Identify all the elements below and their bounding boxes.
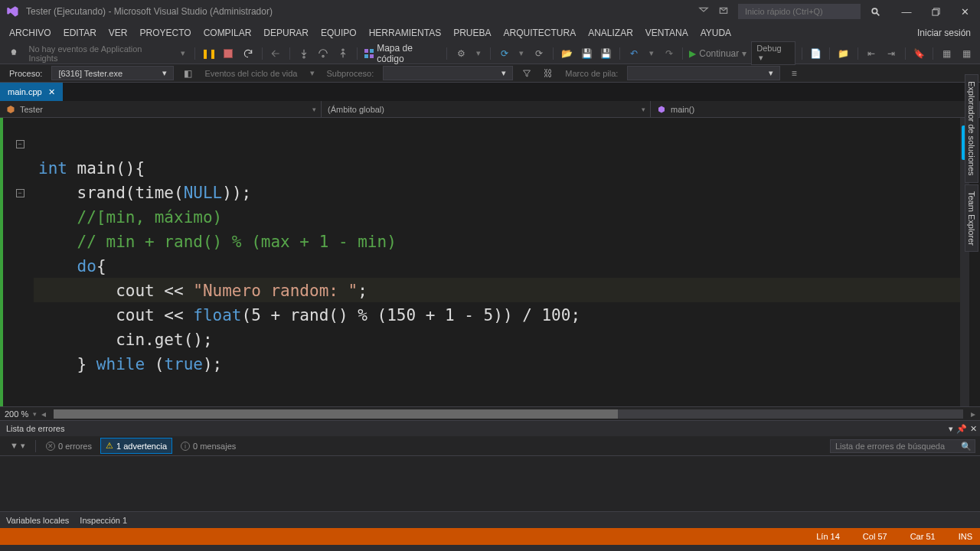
thread-selector[interactable]: ▾ [383,66,513,80]
close-icon[interactable]: ✕ [970,424,977,434]
lightbulb-icon[interactable] [6,46,21,61]
indent-left-icon[interactable]: ⇤ [864,46,880,61]
menu-prueba[interactable]: PRUEBA [447,24,497,41]
menu-arquitectura[interactable]: ARQUITECTURA [498,24,583,41]
zoom-level[interactable]: 200 % [5,409,28,419]
codemap-button[interactable]: Mapa de código [364,43,441,64]
folder-icon[interactable]: 📁 [836,46,851,61]
status-ins: INS [959,532,972,541]
status-col: Col 57 [863,532,887,541]
step-into-icon[interactable] [296,46,312,61]
tools-icon[interactable]: ⚙ [453,46,469,61]
scroll-right-icon[interactable]: ▸ [971,409,975,419]
menu-equipo[interactable]: EQUIPO [315,24,363,41]
menu-herramientas[interactable]: HERRAMIENTAS [363,24,447,41]
menu-ventana[interactable]: VENTANA [639,24,694,41]
close-button[interactable]: ✕ [954,4,975,19]
chevron-down-icon[interactable]: ▾ [646,48,657,58]
lifecycle-icon[interactable]: ◧ [180,66,195,81]
menu-ver[interactable]: VER [103,24,134,41]
menu-proyecto[interactable]: PROYECTO [134,24,198,41]
chevron-down-icon[interactable]: ▾ [473,48,484,58]
indent-right-icon[interactable]: ⇥ [884,46,899,61]
tab-main-cpp[interactable]: main.cpp ✕ [0,83,63,101]
step-over-icon[interactable] [316,46,332,61]
minimize-button[interactable]: — [896,4,917,19]
svg-rect-7 [364,49,368,53]
comment-icon[interactable]: ▦ [939,46,955,61]
horizontal-scrollbar[interactable] [54,409,963,419]
menu-compilar[interactable]: COMPILAR [198,24,258,41]
svg-point-6 [342,49,344,51]
continue-button[interactable]: ▶ Continuar ▾ [689,48,746,59]
restore-button[interactable] [925,4,946,19]
menu-depurar[interactable]: DEPURAR [257,24,315,41]
restart-button[interactable] [240,46,256,61]
undo-icon[interactable]: ↶ [626,46,642,61]
warnings-filter[interactable]: ⚠1 advertencia [100,438,172,454]
save-icon[interactable]: 💾 [579,46,594,61]
filter-icon[interactable] [519,66,534,81]
menu-analizar[interactable]: ANALIZAR [582,24,639,41]
tab-variables-locales[interactable]: Variables locales [6,516,69,525]
quick-launch-input[interactable] [738,4,861,19]
stop-button[interactable] [221,46,237,61]
pause-button[interactable]: ❚❚ [201,46,217,61]
nav-project-dropdown[interactable]: Tester [0,101,322,117]
fold-toggle[interactable]: − [16,189,24,197]
scroll-left-icon[interactable]: ◂ [41,409,46,419]
bookmark-icon[interactable]: 🔖 [912,46,927,61]
method-icon [657,105,666,114]
feedback-icon[interactable] [698,6,709,17]
fold-toggle[interactable]: − [16,140,24,148]
svg-point-4 [303,56,305,57]
svg-rect-10 [370,54,374,58]
svg-rect-8 [370,49,374,53]
search-icon[interactable] [870,6,880,17]
redo-icon[interactable]: ↷ [662,46,677,61]
nav-member-dropdown[interactable]: main() [651,101,980,117]
step-back-icon[interactable] [269,46,284,61]
filter-dropdown[interactable]: ▼ ▾ [5,438,31,454]
chevron-down-icon[interactable]: ▾ [178,48,188,58]
overflow-icon[interactable]: ≡ [786,66,802,81]
menu-editar[interactable]: EDITAR [57,24,103,41]
document-tabs: main.cpp ✕ ▾ [0,83,980,101]
error-list-body[interactable] [0,456,980,511]
play-icon: ▶ [689,48,696,59]
code-editor[interactable]: − − int main(){ srand(time(NULL)); //[mi… [0,118,980,406]
new-item-icon[interactable]: 📄 [808,46,824,61]
vs-logo-icon [5,4,20,19]
errors-filter[interactable]: ✕0 errores [41,439,97,454]
codemap-icon [364,48,374,59]
step-out-icon[interactable] [335,46,351,61]
svg-rect-3 [932,9,937,15]
pin-icon[interactable]: 📌 [956,424,967,434]
tab-label: main.cpp [8,87,42,96]
error-search-input[interactable]: Lista de errores de búsqueda🔍 [830,439,975,453]
chevron-down-icon[interactable]: ▾ [949,424,953,434]
error-list-header[interactable]: Lista de errores ▾ 📌 ✕ [0,421,980,436]
stackframe-selector[interactable]: ▾ [627,66,780,80]
chevron-down-icon[interactable]: ▾ [516,48,527,58]
refresh-icon[interactable]: ⟳ [497,46,512,61]
open-file-icon[interactable]: 📂 [560,46,575,61]
config-dropdown[interactable]: Debug ▾ [751,41,795,65]
menu-archivo[interactable]: ARCHIVO [3,24,57,41]
debug-process-bar: Proceso: [6316] Tester.exe▾ ◧ Eventos de… [0,64,980,83]
nav-scope-dropdown[interactable]: (Ámbito global) [322,101,651,117]
save-all-icon[interactable]: 💾 [599,46,614,61]
uncomment-icon[interactable]: ▦ [959,46,975,61]
process-selector[interactable]: [6316] Tester.exe▾ [51,66,174,80]
notifications-icon[interactable] [718,6,729,17]
close-icon[interactable]: ✕ [48,87,55,97]
chevron-down-icon[interactable]: ▾ [33,410,37,418]
status-bar: Lín 14 Col 57 Car 51 INS [0,528,980,545]
threads-icon[interactable]: ⛓ [541,66,556,81]
sign-in-link[interactable]: Iniciar sesión [917,28,977,38]
error-list-panel: Lista de errores ▾ 📌 ✕ ▼ ▾ ✕0 errores ⚠1… [0,420,980,511]
menu-ayuda[interactable]: AYUDA [694,24,737,41]
tab-inspeccion-1[interactable]: Inspección 1 [80,516,127,525]
refresh-alt-icon[interactable]: ⟳ [531,46,547,61]
messages-filter[interactable]: i0 mensajes [175,439,241,454]
